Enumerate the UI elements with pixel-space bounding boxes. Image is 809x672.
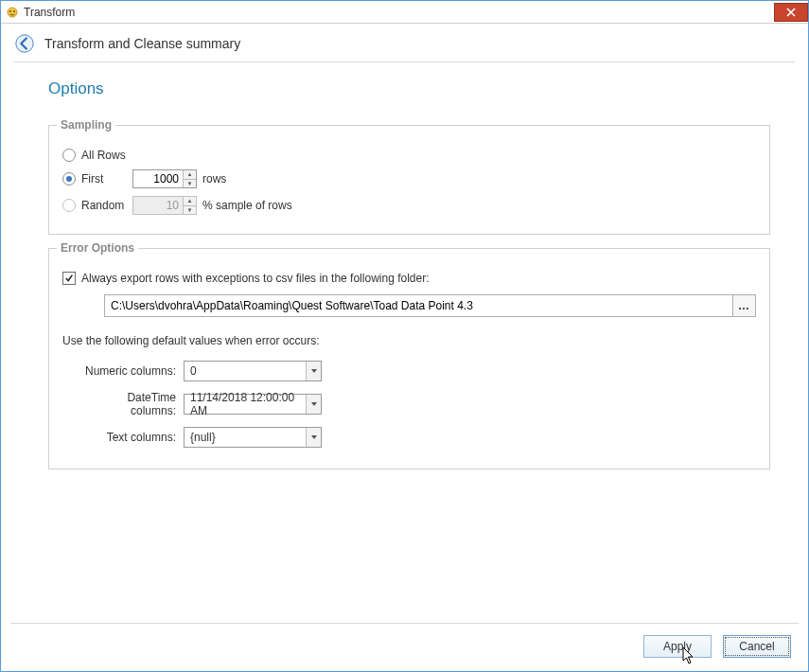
apply-button[interactable]: Apply (643, 635, 712, 658)
error-folder-input[interactable] (104, 294, 733, 317)
sampling-random-row: Random ▲ ▼ % sample of rows (62, 196, 756, 215)
defaults-label: Use the following default values when er… (62, 334, 756, 347)
close-button[interactable] (774, 3, 808, 22)
footer: Apply Cancel (1, 624, 808, 671)
chevron-down-icon[interactable] (306, 428, 321, 447)
sampling-all-radio[interactable] (62, 149, 76, 162)
page-title: Transform and Cleanse summary (44, 36, 240, 51)
sampling-random-input (133, 197, 183, 214)
svg-point-1 (9, 10, 11, 12)
error-options-group: Error Options Always export rows with ex… (48, 248, 770, 469)
error-folder-row: … (104, 294, 756, 317)
sampling-first-label: First (81, 172, 127, 186)
datetime-columns-label: DateTime columns: (79, 391, 184, 417)
sampling-group: Sampling All Rows First ▲ ▼ rows (48, 125, 770, 235)
svg-point-2 (13, 10, 15, 12)
browse-button[interactable]: … (733, 294, 756, 317)
sampling-random-radio[interactable] (62, 199, 76, 212)
content: Options Sampling All Rows First ▲ ▼ rows (1, 62, 808, 623)
spinner-down-icon: ▼ (184, 205, 196, 215)
export-exceptions-label: Always export rows with exceptions to cs… (81, 272, 430, 285)
export-exceptions-checkbox[interactable] (62, 272, 76, 285)
sampling-first-row: First ▲ ▼ rows (62, 169, 756, 188)
sampling-all-label: All Rows (81, 149, 126, 162)
spinner-up-icon[interactable]: ▲ (184, 170, 196, 179)
spinner-down-icon[interactable]: ▼ (184, 179, 196, 188)
app-icon (5, 5, 20, 20)
sampling-first-spinner[interactable]: ▲ ▼ (132, 169, 197, 188)
numeric-default-row: Numeric columns: 0 (62, 361, 756, 381)
sampling-random-suffix: % sample of rows (202, 199, 292, 212)
numeric-columns-dropdown[interactable]: 0 (184, 361, 322, 381)
options-heading: Options (48, 80, 770, 98)
chevron-down-icon[interactable] (306, 362, 321, 380)
text-columns-dropdown[interactable]: {null} (184, 427, 322, 448)
datetime-default-row: DateTime columns: 11/14/2018 12:00:00 AM (62, 391, 756, 417)
ellipsis-icon: … (738, 299, 750, 312)
sampling-all-row: All Rows (62, 149, 756, 162)
numeric-columns-value: 0 (185, 362, 306, 380)
svg-point-3 (16, 35, 33, 52)
error-options-legend: Error Options (57, 241, 138, 255)
sampling-legend: Sampling (57, 118, 115, 132)
sampling-first-radio[interactable] (62, 172, 76, 186)
header: Transform and Cleanse summary (1, 24, 808, 62)
window-title: Transform (24, 6, 75, 19)
datetime-columns-dropdown[interactable]: 11/14/2018 12:00:00 AM (184, 394, 322, 415)
datetime-columns-value: 11/14/2018 12:00:00 AM (185, 395, 306, 414)
text-default-row: Text columns: {null} (62, 427, 756, 448)
text-columns-label: Text columns: (79, 431, 184, 444)
sampling-first-suffix: rows (202, 172, 226, 186)
chevron-down-icon[interactable] (306, 395, 321, 414)
export-exceptions-row: Always export rows with exceptions to cs… (62, 272, 756, 285)
cancel-button[interactable]: Cancel (723, 635, 791, 658)
spinner-up-icon: ▲ (184, 197, 196, 205)
back-icon[interactable] (14, 33, 35, 54)
sampling-random-label: Random (81, 199, 127, 212)
text-columns-value: {null} (185, 428, 306, 447)
sampling-first-input[interactable] (133, 170, 183, 187)
transform-dialog: Transform Transform and Cleanse summary … (0, 0, 809, 672)
numeric-columns-label: Numeric columns: (79, 364, 184, 378)
sampling-random-spinner: ▲ ▼ (132, 196, 197, 215)
titlebar: Transform (1, 1, 808, 24)
